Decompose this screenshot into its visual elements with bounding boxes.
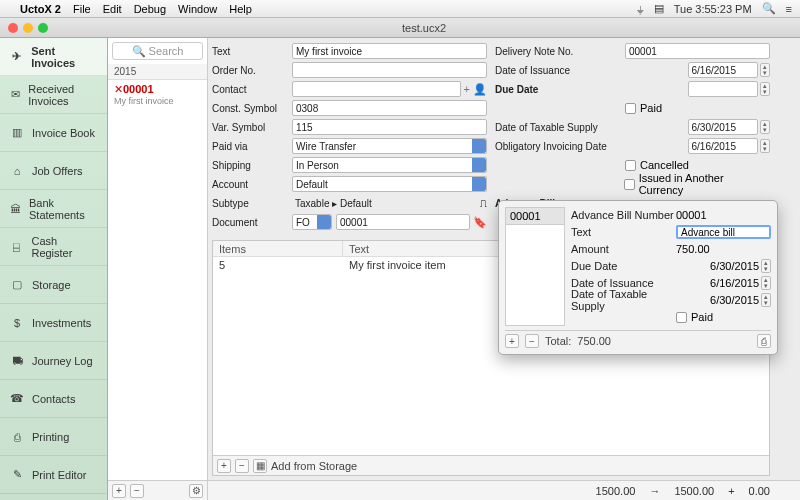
add-button[interactable]: + (112, 484, 126, 498)
advance-paid-checkbox[interactable] (676, 312, 687, 323)
zoom-icon[interactable] (38, 23, 48, 33)
app-name[interactable]: UctoX 2 (20, 3, 61, 15)
add-contact-icon[interactable]: + (461, 83, 473, 95)
close-icon[interactable] (8, 23, 18, 33)
sent-icon: ✈ (8, 50, 25, 64)
text-input[interactable]: My first invoice (292, 43, 487, 59)
sidebar-item-cash[interactable]: ⌸Cash Register (0, 228, 107, 266)
briefcase-icon: ⌂ (8, 164, 26, 178)
window-title: test.ucx2 (402, 22, 446, 34)
sidebar-item-journey[interactable]: ⛟Journey Log (0, 342, 107, 380)
add-storage-button[interactable]: Add from Storage (271, 460, 357, 472)
menu-debug[interactable]: Debug (134, 3, 166, 15)
paid-select[interactable]: Wire Transfer (292, 138, 487, 154)
menu-help[interactable]: Help (229, 3, 252, 15)
printer-icon: ⎙ (8, 430, 26, 444)
menu-edit[interactable]: Edit (103, 3, 122, 15)
search-icon: 🔍 (132, 45, 146, 58)
doctype-select[interactable]: FO (292, 214, 332, 230)
account-select[interactable]: Default (292, 176, 487, 192)
stepper[interactable]: ▴▾ (760, 82, 770, 96)
minimize-icon[interactable] (23, 23, 33, 33)
box-icon: ▢ (8, 278, 26, 292)
const-input[interactable]: 0308 (292, 100, 487, 116)
subtype-value[interactable]: Taxable ▸ Default (292, 195, 480, 211)
notifications-icon[interactable]: ≡ (786, 3, 792, 15)
received-icon: ✉ (8, 88, 22, 102)
cancelled-checkbox[interactable] (625, 160, 636, 171)
book-icon: ▥ (8, 126, 26, 140)
sidebar-item-bank[interactable]: 🏛Bank Statements (0, 190, 107, 228)
sidebar-item-print-editor[interactable]: ✎Print Editor (0, 456, 107, 494)
truck-icon: ⛟ (8, 354, 26, 368)
contacts-icon: ☎ (8, 392, 26, 406)
add-item-button[interactable]: + (217, 459, 231, 473)
sidebar-item-received-invoices[interactable]: ✉Received Invoices (0, 76, 107, 114)
var-input[interactable]: 115 (292, 119, 487, 135)
menu-window[interactable]: Window (178, 3, 217, 15)
contact-detail-icon[interactable]: 👤 (473, 83, 487, 96)
register-icon: ⌸ (8, 240, 25, 254)
document-item[interactable]: ✕00001 My first invoice (108, 80, 207, 109)
sidebar-item-investments[interactable]: $Investments (0, 304, 107, 342)
search-input[interactable]: 🔍Search (112, 42, 203, 60)
stamp-icon[interactable]: ⎍ (480, 197, 487, 209)
dollar-icon: $ (8, 316, 26, 330)
sidebar-item-storage[interactable]: ▢Storage (0, 266, 107, 304)
pop-add-button[interactable]: + (505, 334, 519, 348)
docno-input[interactable]: 00001 (336, 214, 470, 230)
remove-item-button[interactable]: − (235, 459, 249, 473)
shipping-select[interactable]: In Person (292, 157, 487, 173)
year-header[interactable]: 2015 (108, 64, 207, 80)
currency-checkbox[interactable] (624, 179, 635, 190)
tag-icon[interactable]: 🔖 (470, 216, 487, 229)
paid-checkbox[interactable] (625, 103, 636, 114)
wifi-icon[interactable]: ⏚ (637, 3, 644, 15)
delivery-input[interactable]: 00001 (625, 43, 770, 59)
bank-icon: 🏛 (8, 202, 23, 216)
stepper[interactable]: ▴▾ (760, 120, 770, 134)
sidebar-item-invoice-book[interactable]: ▥Invoice Book (0, 114, 107, 152)
remove-button[interactable]: − (130, 484, 144, 498)
oblig-input[interactable]: 6/16/2015 (688, 138, 759, 154)
sidebar-item-sent-invoices[interactable]: ✈Sent Invoices (0, 38, 107, 76)
sidebar: ✈Sent Invoices ✉Received Invoices ▥Invoi… (0, 38, 108, 500)
issuance-input[interactable]: 6/16/2015 (688, 62, 759, 78)
sidebar-item-contacts[interactable]: ☎Contacts (0, 380, 107, 418)
sidebar-item-printing[interactable]: ⎙Printing (0, 418, 107, 456)
due-input[interactable] (688, 81, 759, 97)
menu-file[interactable]: File (73, 3, 91, 15)
taxable-input[interactable]: 6/30/2015 (688, 119, 759, 135)
totals: 1500.00 → 1500.00 + 0.00 (208, 480, 800, 500)
document-list: 🔍Search 2015 ✕00001 My first invoice + −… (108, 38, 208, 500)
titlebar: test.ucx2 (0, 18, 800, 38)
stepper[interactable]: ▴▾ (760, 63, 770, 77)
order-input[interactable] (292, 62, 487, 78)
stepper[interactable]: ▴▾ (760, 139, 770, 153)
advance-text-input[interactable]: Advance bill (676, 225, 771, 239)
spotlight-icon[interactable]: 🔍 (762, 2, 776, 15)
flag-icon[interactable]: ▤ (654, 2, 664, 15)
editor-icon: ✎ (8, 468, 26, 482)
clock[interactable]: Tue 3:55:23 PM (674, 3, 752, 15)
settings-icon[interactable]: ⚙ (189, 484, 203, 498)
sidebar-item-job-offers[interactable]: ⌂Job Offers (0, 152, 107, 190)
pop-remove-button[interactable]: − (525, 334, 539, 348)
contact-input[interactable] (292, 81, 461, 97)
advance-list[interactable]: 00001 (505, 207, 565, 326)
menubar: UctoX 2 File Edit Debug Window Help ⏚ ▤ … (0, 0, 800, 18)
pop-print-icon[interactable]: ⎙ (757, 334, 771, 348)
grid-icon[interactable]: ▦ (253, 459, 267, 473)
advance-bills-popover: 00001 Advance Bill Number00001 TextAdvan… (498, 200, 778, 355)
